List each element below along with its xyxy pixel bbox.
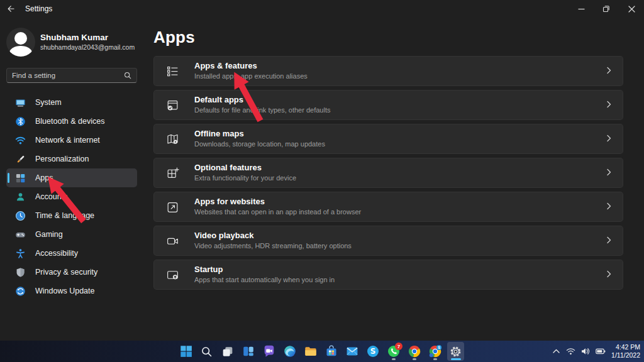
row-title: Startup [194, 265, 335, 275]
offline-maps-icon [165, 132, 179, 146]
taskbar-search-button[interactable] [198, 342, 215, 361]
wifi-icon[interactable] [566, 348, 575, 355]
chat-button[interactable] [260, 342, 277, 361]
battery-icon[interactable] [596, 348, 606, 355]
row-subtitle: Extra functionality for your device [194, 173, 296, 182]
gaming-icon [15, 229, 26, 240]
start-button[interactable] [177, 342, 194, 361]
minimize-button[interactable] [569, 0, 594, 18]
sidebar: Shubham Kumar shubhamdayal2043@gmail.com… [0, 18, 143, 341]
row-subtitle: Apps that start automatically when you s… [194, 275, 335, 284]
sidebar-nav: System Bluetooth & devices Network & int… [6, 93, 137, 300]
time-language-icon [15, 211, 26, 221]
sidebar-item-windows-update[interactable]: Windows Update [6, 282, 137, 300]
row-apps-and-features[interactable]: Apps & features Installed apps, app exec… [153, 56, 623, 86]
search-icon [200, 345, 213, 358]
svg-text:S: S [370, 347, 375, 356]
settings-window: Settings Shubham Kumar s [0, 0, 644, 362]
row-title: Apps & features [194, 61, 308, 72]
sidebar-item-personalization[interactable]: Personalization [6, 150, 137, 168]
taskbar-icons: S 7 [177, 341, 464, 362]
arrow-left-icon [6, 4, 15, 13]
system-tray: 4:42 PM 1/11/2022 [552, 341, 640, 362]
settings-list: Apps & features Installed apps, app exec… [153, 56, 623, 290]
window-title: Settings [25, 4, 52, 13]
chrome-icon [408, 344, 421, 358]
skype-button[interactable]: S [364, 342, 381, 361]
open-app-indicator [413, 358, 416, 360]
task-view-button[interactable] [219, 342, 236, 361]
row-startup[interactable]: Startup Apps that start automatically wh… [153, 260, 623, 290]
titlebar: Settings [0, 0, 644, 18]
chrome-profile-icon: S [428, 344, 442, 358]
chevron-right-icon [605, 65, 613, 77]
minimize-icon [578, 6, 585, 13]
row-offline-maps[interactable]: Offline maps Downloads, storage location… [153, 124, 623, 154]
sidebar-item-label: Accounts [35, 192, 67, 201]
page-title: Apps [153, 28, 623, 47]
active-app-indicator [451, 358, 461, 360]
settings-search-box[interactable] [6, 68, 137, 83]
account-email: shubhamdayal2043@gmail.com [40, 43, 135, 52]
row-title: Offline maps [194, 129, 325, 140]
row-default-apps[interactable]: Default apps Defaults for file and link … [153, 90, 623, 120]
sidebar-item-label: Bluetooth & devices [35, 117, 105, 126]
row-video-playback[interactable]: Video playback Video adjustments, HDR st… [153, 226, 623, 256]
sidebar-item-bluetooth-devices[interactable]: Bluetooth & devices [6, 112, 137, 131]
sidebar-item-accessibility[interactable]: Accessibility [6, 244, 137, 263]
chevron-right-icon [605, 167, 613, 178]
search-icon [124, 72, 131, 79]
sidebar-item-accounts[interactable]: Accounts [6, 187, 137, 206]
chevron-up-icon[interactable] [552, 348, 560, 354]
sidebar-item-gaming[interactable]: Gaming [6, 225, 137, 244]
sidebar-item-system[interactable]: System [6, 93, 137, 112]
restore-button[interactable] [594, 0, 619, 18]
row-apps-for-websites[interactable]: Apps for websites Websites that can open… [153, 192, 623, 222]
row-optional-features[interactable]: Optional features Extra functionality fo… [153, 158, 623, 188]
widgets-button[interactable] [240, 342, 257, 361]
file-explorer-button[interactable] [302, 342, 319, 361]
whatsapp-notification-badge: 7 [395, 343, 402, 350]
network-icon [15, 135, 26, 146]
taskbar: S 7 [0, 341, 644, 362]
edge-button[interactable] [281, 342, 298, 361]
chevron-right-icon [605, 235, 613, 246]
chrome-profile-button[interactable]: S [426, 342, 443, 361]
sidebar-item-network-internet[interactable]: Network & internet [6, 131, 137, 150]
search-input[interactable] [12, 72, 124, 79]
account-profile[interactable]: Shubham Kumar shubhamdayal2043@gmail.com [6, 28, 137, 57]
chevron-right-icon [605, 133, 613, 145]
widgets-icon [242, 344, 255, 358]
volume-icon[interactable] [581, 348, 590, 355]
privacy-security-icon [15, 267, 26, 278]
row-title: Video playback [194, 231, 352, 241]
windows-update-icon [15, 286, 26, 297]
sidebar-item-label: Network & internet [35, 136, 100, 145]
settings-taskbar-button[interactable] [447, 342, 464, 361]
startup-icon [165, 268, 179, 282]
sidebar-item-apps[interactable]: Apps [6, 168, 137, 187]
sidebar-item-privacy-security[interactable]: Privacy & security [6, 263, 137, 282]
row-subtitle: Websites that can open in an app instead… [194, 207, 361, 216]
sidebar-item-label: Gaming [35, 230, 63, 239]
sidebar-item-time-language[interactable]: Time & language [6, 206, 137, 225]
microsoft-store-button[interactable] [323, 342, 340, 361]
whatsapp-button[interactable]: 7 [385, 342, 402, 361]
sidebar-item-label: Accessibility [35, 249, 78, 258]
mail-button[interactable] [343, 342, 360, 361]
selected-indicator [8, 173, 9, 183]
gear-icon [449, 345, 462, 358]
clock[interactable]: 4:42 PM 1/11/2022 [611, 343, 640, 359]
system-icon [15, 97, 26, 108]
apps-for-websites-icon [165, 200, 179, 214]
optional-features-icon [165, 166, 179, 180]
apps-icon [15, 173, 26, 184]
row-subtitle: Installed apps, app execution aliases [194, 72, 308, 80]
open-app-indicator [392, 358, 396, 360]
back-button[interactable] [0, 0, 21, 18]
chrome-button[interactable] [406, 342, 423, 361]
chat-icon [262, 344, 276, 358]
chevron-right-icon [605, 99, 613, 111]
restore-icon [602, 5, 610, 13]
close-button[interactable] [619, 0, 644, 18]
